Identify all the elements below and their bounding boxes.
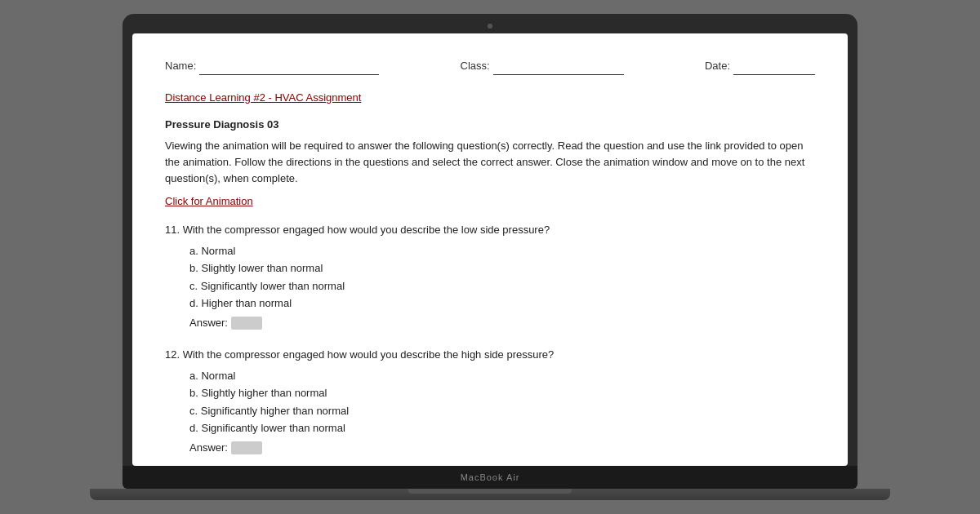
question-11-block: 11. With the compressor engaged how woul… bbox=[165, 222, 815, 330]
q12-option-b: b. Slightly higher than normal bbox=[189, 385, 815, 401]
question-11-options: a. Normal b. Slightly lower than normal … bbox=[189, 243, 815, 312]
laptop-base bbox=[90, 489, 890, 500]
q12-option-a: a. Normal bbox=[189, 368, 815, 384]
name-line bbox=[199, 58, 379, 75]
q12-option-c: c. Significantly higher than normal bbox=[189, 403, 815, 419]
section-title: Pressure Diagnosis 03 bbox=[165, 117, 815, 133]
class-label: Class: bbox=[461, 58, 490, 74]
form-header: Name: Class: Date: bbox=[165, 58, 815, 75]
section-description: Viewing the animation will be required t… bbox=[165, 138, 815, 187]
screen-content: Name: Class: Date: Distance Learning #2 … bbox=[132, 33, 848, 466]
q11-answer-label: Answer: bbox=[189, 315, 228, 331]
macbook-label: MacBook Air bbox=[461, 472, 520, 482]
name-label: Name: bbox=[165, 58, 196, 74]
question-11-body: With the compressor engaged how would yo… bbox=[183, 224, 550, 236]
q12-option-d: d. Significantly lower than normal bbox=[189, 420, 815, 436]
q11-answer-row: Answer: bbox=[189, 315, 815, 331]
q11-option-c: c. Significantly lower than normal bbox=[189, 278, 815, 295]
date-line bbox=[733, 58, 815, 75]
question-12-block: 12. With the compressor engaged how woul… bbox=[165, 347, 815, 455]
q11-option-b: b. Slightly lower than normal bbox=[189, 260, 815, 277]
laptop-notch bbox=[408, 489, 572, 494]
q11-option-a: a. Normal bbox=[189, 243, 815, 259]
assignment-title-link[interactable]: Distance Learning #2 - HVAC Assignment bbox=[165, 90, 815, 106]
question-11-number: 11. bbox=[165, 224, 183, 236]
q11-option-d: d. Higher than normal bbox=[189, 295, 815, 312]
question-12-options: a. Normal b. Slightly higher than normal… bbox=[189, 368, 815, 436]
q12-answer-label: Answer: bbox=[189, 440, 228, 456]
question-12-body: With the compressor engaged how would yo… bbox=[183, 348, 555, 361]
class-line bbox=[493, 58, 624, 75]
q11-answer-box[interactable] bbox=[231, 317, 262, 330]
question-12-text: 12. With the compressor engaged how woul… bbox=[165, 347, 815, 363]
date-field: Date: bbox=[705, 58, 815, 75]
name-field: Name: bbox=[165, 58, 379, 75]
camera-dot bbox=[488, 24, 492, 29]
question-12-number: 12. bbox=[165, 348, 183, 361]
date-label: Date: bbox=[705, 58, 730, 74]
animation-link[interactable]: Click for Animation bbox=[165, 193, 815, 210]
screen: Name: Class: Date: Distance Learning #2 … bbox=[132, 33, 848, 466]
class-field: Class: bbox=[461, 58, 624, 75]
laptop-frame: Name: Class: Date: Distance Learning #2 … bbox=[122, 14, 858, 466]
question-11-text: 11. With the compressor engaged how woul… bbox=[165, 222, 815, 238]
bottom-bar: MacBook Air bbox=[122, 466, 858, 489]
q12-answer-box[interactable] bbox=[231, 441, 262, 454]
q12-answer-row: Answer: bbox=[189, 440, 815, 456]
